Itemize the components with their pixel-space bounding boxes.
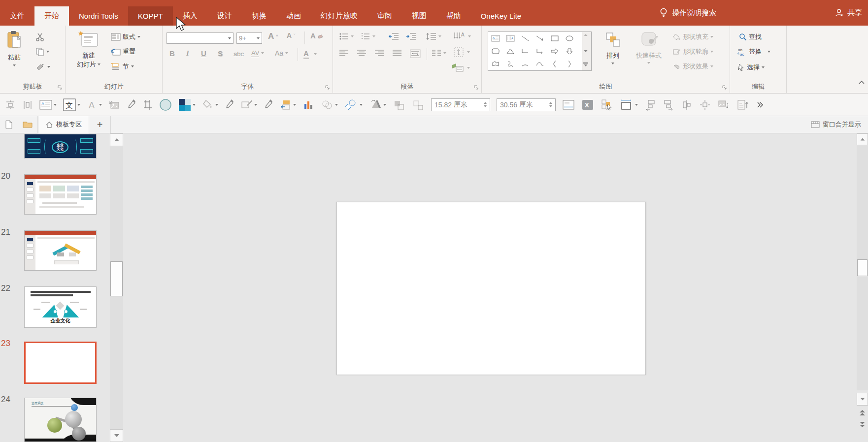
shape-oval-icon[interactable] xyxy=(562,32,577,45)
share-button[interactable]: 共享 xyxy=(835,8,868,18)
clear-formatting-button[interactable]: A xyxy=(310,32,324,40)
tab-transitions[interactable]: 切换 xyxy=(242,6,276,26)
shape-effects-button[interactable]: 形状效果 xyxy=(673,62,713,71)
font-color-button[interactable]: A xyxy=(303,49,317,59)
canvas-scroll-thumb[interactable] xyxy=(857,259,868,276)
slide-panel-scroll-up[interactable] xyxy=(110,133,123,146)
shape-arrow-icon[interactable] xyxy=(533,32,547,45)
select-button[interactable]: 选择 xyxy=(738,63,765,72)
slide-panel-scroll-thumb[interactable] xyxy=(110,261,123,296)
shape-textbox-icon[interactable]: A xyxy=(488,32,503,45)
shape-line-icon[interactable] xyxy=(518,32,533,45)
bullets-button[interactable] xyxy=(339,32,354,40)
tab-slideshow[interactable]: 幻灯片放映 xyxy=(311,6,367,26)
previous-slide-button[interactable] xyxy=(859,409,866,416)
slide-thumbnail-23-selected[interactable] xyxy=(24,342,97,384)
layout-button[interactable]: 版式 xyxy=(111,32,140,41)
tab-view[interactable]: 视图 xyxy=(402,6,436,26)
shape-triangle-icon[interactable] xyxy=(503,45,518,58)
replace-button[interactable]: ab ac 替换 xyxy=(737,47,770,56)
shape-arc-icon[interactable] xyxy=(518,58,533,70)
distribute-objects-tool[interactable] xyxy=(22,99,33,110)
height-spinner[interactable] xyxy=(549,102,552,107)
increase-indent-button[interactable] xyxy=(406,32,417,40)
convert-smartart-button[interactable] xyxy=(451,63,470,73)
character-spacing-button[interactable]: AV xyxy=(251,49,264,57)
decrease-indent-button[interactable] xyxy=(388,32,399,40)
slide-thumbnail-20[interactable] xyxy=(24,174,97,215)
align-center-button[interactable] xyxy=(357,49,367,57)
shape-rectangle-icon[interactable] xyxy=(547,32,562,45)
reset-button[interactable]: 重置 xyxy=(111,47,135,56)
gallery-up-button[interactable] xyxy=(583,33,588,36)
align-left-button[interactable] xyxy=(339,49,349,57)
grow-font-button[interactable]: A^ xyxy=(268,32,278,41)
oval-draw-tool[interactable] xyxy=(159,98,172,111)
change-case-button[interactable]: Aa xyxy=(275,49,288,57)
shape-down-arrow-icon[interactable] xyxy=(562,45,577,58)
tell-me-search[interactable]: 操作说明搜索 xyxy=(659,7,835,18)
center-horizontal-tool[interactable] xyxy=(681,99,693,111)
eyedropper-tool-3[interactable] xyxy=(264,99,273,110)
more-tools-chevron[interactable] xyxy=(756,101,764,109)
chart-tool[interactable] xyxy=(302,99,314,111)
swap-picture-tool[interactable] xyxy=(717,99,730,111)
select-objects-tool[interactable] xyxy=(601,98,613,111)
italic-button[interactable]: I xyxy=(186,49,189,58)
ungroup-objects-tool[interactable] xyxy=(412,99,425,111)
outline-style-tool[interactable] xyxy=(241,99,257,110)
eyedropper-tool-1[interactable] xyxy=(127,99,136,110)
excel-export-tool[interactable]: X xyxy=(581,99,594,111)
notes-tool[interactable] xyxy=(562,99,575,111)
line-spacing-button[interactable] xyxy=(426,32,441,40)
text-direction-button[interactable]: A xyxy=(453,32,471,41)
font-dialog-launcher[interactable] xyxy=(325,85,331,91)
distribute-text-button[interactable] xyxy=(410,49,421,58)
new-slide-button[interactable]: 新建 幻灯片 xyxy=(73,31,104,69)
tab-design[interactable]: 设计 xyxy=(207,6,242,26)
width-spinner[interactable] xyxy=(484,102,487,107)
numbering-button[interactable] xyxy=(361,32,375,40)
collapse-ribbon-button[interactable] xyxy=(858,80,865,85)
gallery-down-button[interactable] xyxy=(583,50,588,53)
align-right-button[interactable] xyxy=(374,49,384,57)
tab-file[interactable]: 文件 xyxy=(0,6,34,26)
shape-right-arrow-icon[interactable] xyxy=(547,45,562,58)
tab-review[interactable]: 审阅 xyxy=(367,6,402,26)
shape-width-field[interactable]: 15.82 厘米 xyxy=(431,98,490,111)
drawing-dialog-launcher[interactable] xyxy=(722,85,728,91)
rotate-3d-tool[interactable] xyxy=(369,99,386,111)
align-text-button[interactable] xyxy=(453,47,470,57)
picture-replace-tool[interactable] xyxy=(108,99,120,110)
bold-button[interactable]: B xyxy=(169,49,175,58)
gallery-more-button[interactable] xyxy=(583,63,588,67)
slide-panel-scroll-down[interactable] xyxy=(110,429,123,442)
tab-animations[interactable]: 动画 xyxy=(276,6,311,26)
align-objects-tool[interactable] xyxy=(5,99,16,110)
shape-left-brace-icon[interactable] xyxy=(547,58,562,70)
rotate-text-tool[interactable] xyxy=(736,99,749,111)
tab-help[interactable]: 帮助 xyxy=(436,6,471,26)
tab-template-zone[interactable]: 模板专区 xyxy=(38,116,89,133)
section-button[interactable]: 节 xyxy=(111,62,134,71)
boolean-shapes-tool[interactable] xyxy=(344,99,363,111)
shape-elbow-arrow-connector-icon[interactable] xyxy=(533,45,547,58)
shape-elbow-connector-icon[interactable] xyxy=(518,45,533,58)
columns-button[interactable] xyxy=(432,49,446,57)
shape-vertical-textbox-icon[interactable]: A xyxy=(503,32,518,45)
crop-tool[interactable] xyxy=(143,99,153,110)
tab-nordri-tools[interactable]: Nordri Tools xyxy=(69,6,128,26)
paste-position-tool[interactable] xyxy=(280,99,296,111)
font-style-tool[interactable]: A xyxy=(87,99,102,111)
shape-outline-button[interactable]: 形状轮廓 xyxy=(673,47,713,56)
text-shadow-button[interactable]: S xyxy=(218,49,223,58)
justify-button[interactable] xyxy=(392,49,402,57)
merge-shapes-tool[interactable] xyxy=(321,99,338,111)
slide-thumbnail-24[interactable]: 监控系统 xyxy=(24,398,97,442)
canvas-scroll-up[interactable] xyxy=(857,133,868,145)
group-objects-tool[interactable] xyxy=(393,99,405,111)
center-vertical-tool[interactable] xyxy=(699,99,711,111)
align-push-left-tool[interactable] xyxy=(644,99,656,111)
tab-koppt[interactable]: KOPPT xyxy=(128,6,173,26)
arrange-button[interactable]: 排列 xyxy=(599,32,627,64)
